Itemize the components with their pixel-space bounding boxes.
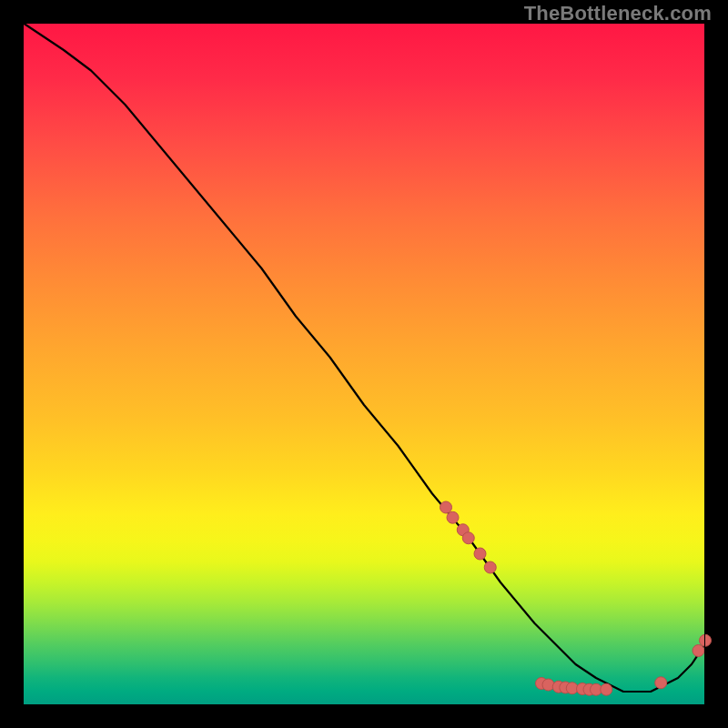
marker-dot [474,548,486,560]
marker-dot [693,645,704,657]
chart-frame: TheBottleneck.com [0,0,728,728]
marker-dots-group [440,501,712,695]
marker-dot [447,511,459,523]
marker-dot [601,683,612,695]
marker-dot [484,561,496,573]
bottleneck-curve-line [23,23,705,692]
marker-dot [462,532,474,544]
marker-dot [655,677,667,689]
marker-dot [440,501,452,513]
chart-overlay-svg [23,23,705,705]
marker-dot [700,634,712,646]
marker-dot [542,679,554,691]
